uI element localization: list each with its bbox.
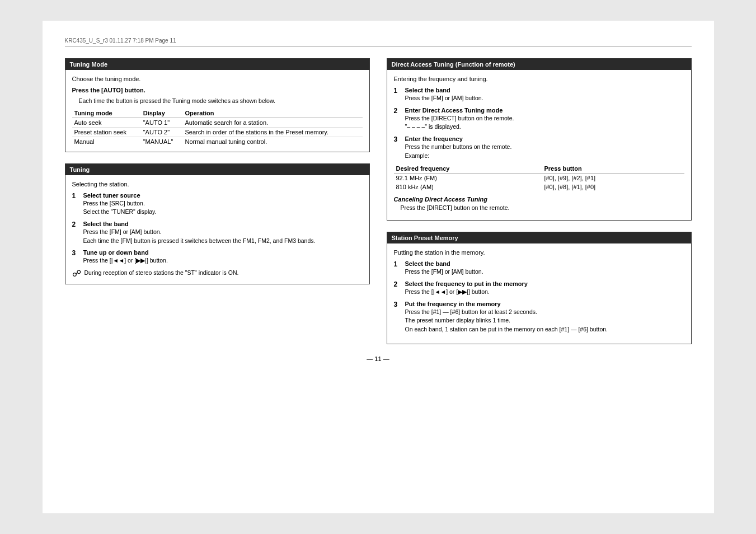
freq-col-desired: Desired frequency (394, 164, 542, 174)
step: 3Put the frequency in the memoryPress th… (394, 301, 684, 334)
step-detail: Press the [FM] or [AM] button. (405, 268, 684, 276)
step-number: 2 (72, 221, 80, 245)
tuning-mode-sub-text: Each time the button is pressed the Tuni… (79, 97, 363, 105)
cancel-text: Press the [DIRECT] button on the remote. (401, 204, 684, 212)
step-content: Select the bandPress the [FM] or [AM] bu… (405, 87, 684, 102)
step-title: Select the frequency to put in the memor… (405, 280, 684, 287)
step-title: Select the band (83, 221, 363, 227)
col-header-display: Display (141, 109, 183, 118)
left-column: Tuning Mode Choose the tuning mode. Pres… (65, 58, 370, 344)
table-cell: Auto seek (72, 118, 141, 127)
table-cell: [#0], [#9], [#2], [#1] (542, 174, 684, 183)
step-detail: Press the [FM] or [AM] button. (405, 94, 684, 102)
station-preset-section: Station Preset Memory Putting the statio… (387, 232, 692, 344)
direct-access-body: Entering the frequency and tuning. 1Sele… (387, 70, 691, 220)
table-row: Auto seek"AUTO 1"Automatic search for a … (72, 118, 363, 127)
step-content: Put the frequency in the memoryPress the… (405, 301, 684, 334)
page: KRC435_U_S_r3 01.11.27 7:18 PM Page 11 T… (43, 21, 714, 513)
tuning-mode-sub-intro: Press the [AUTO] button. (72, 87, 363, 93)
direct-access-intro: Entering the frequency and tuning. (394, 76, 684, 82)
step-content: Select the frequency to put in the memor… (405, 280, 684, 296)
tuning-title: Tuning (65, 164, 369, 175)
step-detail: "– – – –" is displayed. (405, 123, 684, 131)
step-detail: The preset number display blinks 1 time. (405, 316, 684, 325)
tuning-intro: Selecting the station. (72, 181, 363, 188)
station-preset-intro: Putting the station in the memory. (394, 249, 684, 256)
step-number: 1 (394, 87, 402, 102)
step-number: 3 (394, 301, 402, 334)
main-content: Tuning Mode Choose the tuning mode. Pres… (65, 58, 692, 344)
step-content: Tune up or down bandPress the [|◄◄] or [… (83, 249, 363, 265)
step-detail: Press the [|◄◄] or [▶▶|] button. (83, 256, 363, 265)
col-header-operation: Operation (183, 109, 363, 118)
tuning-mode-section: Tuning Mode Choose the tuning mode. Pres… (65, 58, 370, 152)
tuning-mode-sub-bold: Press the [AUTO] button. (72, 87, 145, 93)
table-cell: 810 kHz (AM) (394, 182, 542, 191)
step: 3Enter the frequencyPress the number but… (394, 135, 684, 160)
right-column: Direct Access Tuning (Function of remote… (387, 58, 692, 344)
table-cell: [#0], [#8], [#1], [#0] (542, 182, 684, 191)
freq-col-press: Press button (542, 164, 684, 174)
table-cell: "AUTO 2" (141, 127, 183, 137)
step: 1Select the bandPress the [FM] or [AM] b… (394, 260, 684, 276)
page-number: — 11 — (65, 355, 692, 362)
station-preset-title: Station Preset Memory (387, 232, 691, 243)
note-icon: ☍ (72, 269, 81, 278)
step: 1Select tuner sourcePress the [SRC] butt… (72, 192, 363, 216)
page-header: KRC435_U_S_r3 01.11.27 7:18 PM Page 11 (65, 38, 692, 47)
station-preset-body: Putting the station in the memory. 1Sele… (387, 243, 691, 343)
table-row: 810 kHz (AM)[#0], [#8], [#1], [#0] (394, 182, 684, 191)
step-detail: Select the "TUNER" display. (83, 208, 363, 216)
step-title: Put the frequency in the memory (405, 301, 684, 307)
table-cell: "AUTO 1" (141, 118, 183, 127)
table-cell: 92.1 MHz (FM) (394, 174, 542, 183)
tuning-mode-intro: Choose the tuning mode. (72, 76, 363, 82)
step-title: Select tuner source (83, 192, 363, 199)
step: 2Select the frequency to put in the memo… (394, 280, 684, 296)
step: 3Tune up or down bandPress the [|◄◄] or … (72, 249, 363, 265)
tuning-note: ☍ During reception of stereo stations th… (72, 269, 363, 278)
table-cell: Manual (72, 137, 141, 146)
step-content: Select tuner sourcePress the [SRC] butto… (83, 192, 363, 216)
table-cell: "MANUAL" (141, 137, 183, 146)
step: 2Enter Direct Access Tuning modePress th… (394, 107, 684, 131)
step-detail: Example: (405, 152, 684, 160)
step-content: Select the bandPress the [FM] or [AM] bu… (83, 221, 363, 245)
step-detail: Press the [DIRECT] button on the remote. (405, 114, 684, 123)
table-row: 92.1 MHz (FM)[#0], [#9], [#2], [#1] (394, 174, 684, 183)
step-detail: Each time the [FM] button is pressed it … (83, 237, 363, 245)
step-detail: Press the [|◄◄] or [▶▶|] button. (405, 288, 684, 296)
tuning-body: Selecting the station. 1Select tuner sou… (65, 175, 369, 284)
step-title: Enter the frequency (405, 135, 684, 142)
tuning-section: Tuning Selecting the station. 1Select tu… (65, 163, 370, 284)
step-title: Select the band (405, 260, 684, 267)
table-cell: Normal manual tuning control. (183, 137, 363, 146)
step-number: 1 (394, 260, 402, 276)
table-cell: Preset station seek (72, 127, 141, 137)
step-content: Select the bandPress the [FM] or [AM] bu… (405, 260, 684, 276)
step-number: 2 (394, 107, 402, 131)
tuning-mode-table: Tuning mode Display Operation Auto seek"… (72, 109, 363, 146)
step-number: 3 (72, 249, 80, 265)
table-row: Manual"MANUAL"Normal manual tuning contr… (72, 137, 363, 146)
step-content: Enter the frequencyPress the number butt… (405, 135, 684, 160)
step: 1Select the bandPress the [FM] or [AM] b… (394, 87, 684, 102)
step-detail: Press the [#1] — [#6] button for at leas… (405, 308, 684, 316)
step-title: Tune up or down band (83, 249, 363, 256)
step-content: Enter Direct Access Tuning modePress the… (405, 107, 684, 131)
direct-access-title: Direct Access Tuning (Function of remote… (387, 59, 691, 70)
col-header-mode: Tuning mode (72, 109, 141, 118)
step-detail: Press the [SRC] button. (83, 199, 363, 208)
step-number: 1 (72, 192, 80, 216)
table-row: Preset station seek"AUTO 2"Search in ord… (72, 127, 363, 137)
step-number: 2 (394, 280, 402, 296)
step-detail: Press the [FM] or [AM] button. (83, 228, 363, 236)
cancel-title: Canceling Direct Access Tuning (394, 196, 684, 203)
direct-access-section: Direct Access Tuning (Function of remote… (387, 58, 692, 221)
step-title: Enter Direct Access Tuning mode (405, 107, 684, 114)
tuning-note-text: During reception of stereo stations the … (84, 269, 239, 276)
tuning-mode-body: Choose the tuning mode. Press the [AUTO]… (65, 70, 369, 152)
step: 2Select the bandPress the [FM] or [AM] b… (72, 221, 363, 245)
tuning-mode-title: Tuning Mode (65, 59, 369, 70)
table-cell: Automatic search for a station. (183, 118, 363, 127)
